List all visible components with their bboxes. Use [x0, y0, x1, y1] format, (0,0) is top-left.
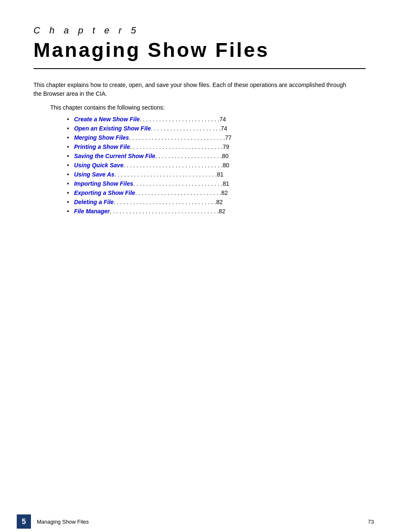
- toc-entry: File Manager. . . . . . . . . . . . . . …: [74, 208, 366, 215]
- footer-chapter-num: 5: [17, 514, 31, 529]
- toc-entry: Exporting a Show File . . . . . . . . . …: [74, 189, 366, 196]
- toc-item: •Using Save As . . . . . . . . . . . . .…: [67, 171, 366, 178]
- page: C h a p t e r 5 Managing Show Files This…: [0, 0, 399, 532]
- toc-page-num: 80: [222, 153, 229, 159]
- toc-entry: Create a New Show File. . . . . . . . . …: [74, 116, 366, 123]
- toc-entry: Merging Show Files. . . . . . . . . . . …: [74, 134, 366, 141]
- toc-page-num: 77: [225, 134, 232, 141]
- toc-link[interactable]: Exporting a Show File: [74, 189, 135, 196]
- toc-item: •Importing Show Files. . . . . . . . . .…: [67, 180, 366, 187]
- toc-link[interactable]: Using Quick Save: [74, 162, 123, 169]
- toc-item: •Merging Show Files. . . . . . . . . . .…: [67, 134, 366, 141]
- bullet-icon: •: [67, 134, 69, 141]
- toc-dots: . . . . . . . . . . . . . . . . . . . . …: [151, 125, 221, 132]
- toc-page-num: 82: [219, 208, 225, 215]
- toc-dots: . . . . . . . . . . . . . . . . . . . . …: [129, 134, 225, 141]
- chapter-label: C h a p t e r 5: [33, 25, 366, 36]
- toc-link[interactable]: File Manager: [74, 208, 110, 215]
- toc-entry: Importing Show Files. . . . . . . . . . …: [74, 180, 366, 187]
- toc-page-num: 81: [217, 171, 224, 178]
- toc-list: •Create a New Show File. . . . . . . . .…: [67, 116, 366, 215]
- toc-link[interactable]: Create a New Show File: [74, 116, 140, 123]
- toc-entry: Using Quick Save. . . . . . . . . . . . …: [74, 162, 366, 169]
- toc-entry: Deleting a File. . . . . . . . . . . . .…: [74, 199, 366, 205]
- bullet-icon: •: [67, 125, 69, 132]
- toc-dots: . . . . . . . . . . . . . . . . . . . . …: [123, 162, 223, 169]
- toc-entry: Using Save As . . . . . . . . . . . . . …: [74, 171, 366, 178]
- toc-page-num: 80: [223, 162, 229, 169]
- section-intro: This chapter contains the following sect…: [50, 104, 366, 111]
- bullet-icon: •: [67, 208, 69, 215]
- toc-item: •Open an Existing Show File . . . . . . …: [67, 125, 366, 132]
- bullet-icon: •: [67, 162, 69, 169]
- toc-page-num: 82: [216, 199, 223, 205]
- toc-link[interactable]: Printing a Show File: [74, 143, 130, 150]
- toc-page-num: 82: [221, 189, 228, 196]
- toc-item: •Deleting a File. . . . . . . . . . . . …: [67, 199, 366, 205]
- chapter-title: Managing Show Files: [33, 39, 366, 61]
- intro-paragraph: This chapter explains how to create, ope…: [33, 81, 351, 98]
- bullet-icon: •: [67, 189, 69, 196]
- content-area: C h a p t e r 5 Managing Show Files This…: [0, 0, 399, 242]
- toc-link[interactable]: Importing Show Files: [74, 180, 133, 187]
- toc-link[interactable]: Saving the Current Show File: [74, 153, 155, 159]
- chapter-divider: [33, 68, 366, 69]
- toc-dots: . . . . . . . . . . . . . . . . . . . . …: [110, 208, 219, 215]
- bullet-icon: •: [67, 199, 69, 205]
- toc-dots: . . . . . . . . . . . . . . . . . . . . …: [115, 171, 217, 178]
- bullet-icon: •: [67, 153, 69, 159]
- toc-dots: . . . . . . . . . . . . . . . . . . . . …: [133, 180, 223, 187]
- toc-item: •File Manager. . . . . . . . . . . . . .…: [67, 208, 366, 215]
- toc-item: •Using Quick Save. . . . . . . . . . . .…: [67, 162, 366, 169]
- footer-page-num: 73: [368, 519, 374, 525]
- toc-item: •Saving the Current Show File. . . . . .…: [67, 153, 366, 159]
- bullet-icon: •: [67, 180, 69, 187]
- toc-link[interactable]: Using Save As: [74, 171, 115, 178]
- toc-dots: . . . . . . . . . . . . . . . . . . . . …: [130, 143, 223, 150]
- toc-link[interactable]: Open an Existing Show File: [74, 125, 151, 132]
- toc-dots: . . . . . . . . . . . . . . . . . . . . …: [135, 189, 221, 196]
- footer: 5 Managing Show Files 73: [0, 511, 399, 532]
- toc-link[interactable]: Deleting a File: [74, 199, 114, 205]
- toc-page-num: 74: [221, 125, 228, 132]
- toc-page-num: 81: [223, 180, 229, 187]
- footer-chapter-title: Managing Show Files: [37, 519, 89, 525]
- toc-entry: Open an Existing Show File . . . . . . .…: [74, 125, 366, 132]
- toc-dots: . . . . . . . . . . . . . . . . . . . . …: [140, 116, 220, 123]
- toc-dots: . . . . . . . . . . . . . . . . . . . . …: [155, 153, 222, 159]
- toc-dots: . . . . . . . . . . . . . . . . . . . . …: [114, 199, 216, 205]
- bullet-icon: •: [67, 171, 69, 178]
- bullet-icon: •: [67, 116, 69, 123]
- toc-entry: Printing a Show File. . . . . . . . . . …: [74, 143, 366, 150]
- toc-item: •Exporting a Show File . . . . . . . . .…: [67, 189, 366, 196]
- bullet-icon: •: [67, 143, 69, 150]
- toc-item: •Create a New Show File. . . . . . . . .…: [67, 116, 366, 123]
- toc-page-num: 79: [223, 143, 229, 150]
- toc-link[interactable]: Merging Show Files: [74, 134, 129, 141]
- toc-item: •Printing a Show File. . . . . . . . . .…: [67, 143, 366, 150]
- toc-entry: Saving the Current Show File. . . . . . …: [74, 153, 366, 159]
- toc-page-num: 74: [220, 116, 226, 123]
